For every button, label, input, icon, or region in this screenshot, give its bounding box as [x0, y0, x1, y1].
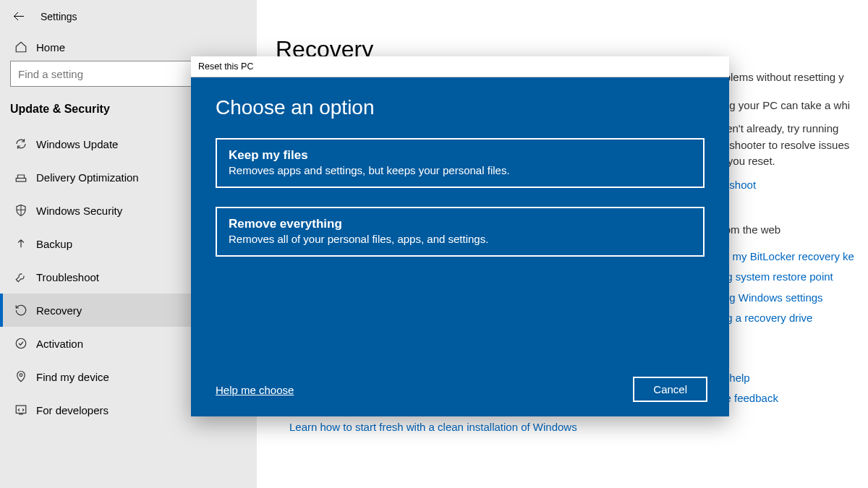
reset-pc-dialog: Reset this PC Choose an option Keep my f…	[191, 56, 729, 416]
nav-label: Windows Update	[36, 138, 118, 150]
home-icon	[14, 40, 36, 53]
get-help-link[interactable]: Get help	[709, 370, 868, 387]
help-me-choose-link[interactable]: Help me choose	[216, 384, 294, 396]
nav-home-label: Home	[36, 41, 65, 53]
svg-rect-5	[16, 406, 26, 414]
check-circle-icon	[14, 337, 36, 350]
reset-settings-link[interactable]: etting Windows settings	[709, 290, 868, 307]
location-icon	[14, 370, 36, 383]
option-title: Remove everything	[229, 217, 692, 231]
nav-label: Windows Security	[36, 205, 122, 217]
svg-rect-2	[16, 179, 26, 182]
sync-icon	[14, 137, 36, 150]
troubleshoot-link[interactable]: ubleshoot	[709, 177, 868, 194]
nav-label: Backup	[36, 238, 72, 250]
info-text: ore you reset.	[709, 153, 868, 170]
nav-label: For developers	[36, 404, 109, 416]
delivery-icon	[14, 171, 36, 184]
wrench-icon	[14, 270, 36, 283]
developer-icon	[14, 403, 36, 416]
option-desc: Removes all of your personal files, apps…	[229, 233, 692, 245]
option-title: Keep my files	[229, 148, 692, 163]
restore-point-link[interactable]: ating system restore point	[709, 269, 868, 286]
option-keep-files[interactable]: Keep my files Removes apps and settings,…	[216, 138, 705, 188]
svg-point-4	[20, 374, 22, 377]
info-text: etting your PC can take a whi	[709, 98, 868, 114]
svg-point-3	[16, 338, 26, 348]
option-desc: Removes apps and settings, but keeps you…	[229, 164, 692, 176]
nav-label: Troubleshoot	[36, 271, 99, 283]
learn-fresh-link[interactable]: Learn how to start fresh with a clean in…	[289, 421, 577, 433]
web-help-heading: p from the web	[709, 222, 868, 239]
option-remove-everything[interactable]: Remove everything Removes all of your pe…	[216, 207, 705, 257]
nav-label: Activation	[36, 338, 83, 350]
nav-label: Delivery Optimization	[36, 171, 139, 184]
recovery-icon	[14, 304, 36, 317]
backup-icon	[14, 237, 36, 250]
cancel-button[interactable]: Cancel	[633, 377, 707, 402]
shield-icon	[14, 204, 36, 217]
bitlocker-link[interactable]: ding my BitLocker recovery ke	[709, 249, 868, 265]
back-icon[interactable]: 🡠	[13, 10, 25, 23]
dialog-heading: Choose an option	[216, 96, 705, 119]
info-text: ubleshooter to resolve issues	[709, 137, 868, 154]
right-column: problems without resetting y etting your…	[709, 69, 868, 411]
dialog-titlebar: Reset this PC	[191, 56, 729, 77]
window-title: Settings	[41, 11, 77, 22]
recovery-drive-link[interactable]: ating a recovery drive	[709, 310, 868, 327]
info-text: haven't already, try running	[709, 121, 868, 137]
info-text: problems without resetting y	[709, 69, 868, 86]
nav-label: Recovery	[36, 304, 82, 317]
give-feedback-link[interactable]: Give feedback	[709, 390, 868, 407]
nav-label: Find my device	[36, 371, 109, 383]
search-placeholder: Find a setting	[18, 68, 83, 80]
